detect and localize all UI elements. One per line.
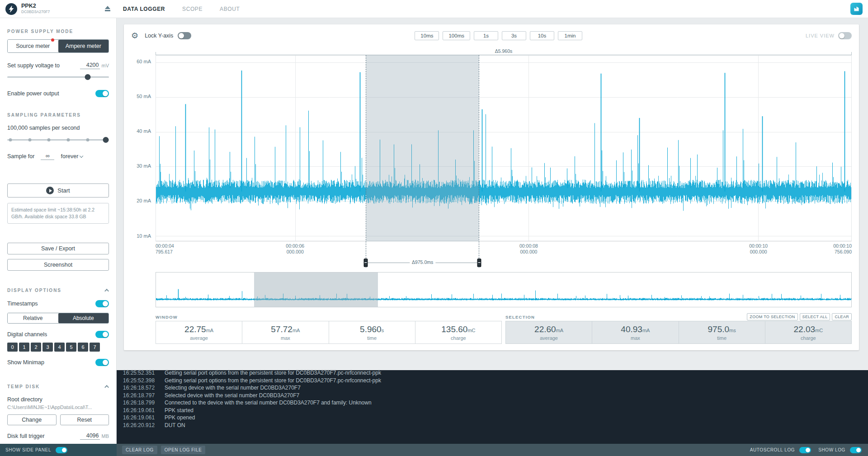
enable-power-output-label: Enable power output (7, 90, 95, 97)
voltage-input[interactable]: 4200 (80, 62, 100, 69)
tab-scope[interactable]: SCOPE (182, 6, 203, 12)
selection-right-handle[interactable] (477, 259, 481, 267)
enable-power-output-toggle[interactable] (95, 90, 109, 97)
digital-channel-buttons: 0 1 2 3 4 5 6 7 (7, 343, 109, 352)
selection-left-handle[interactable] (364, 259, 368, 267)
selection-handle-row: Δ975.0ms (156, 258, 852, 268)
relative-button[interactable]: Relative (8, 313, 58, 323)
window-10s-button[interactable]: 10s (530, 31, 554, 40)
main-chart[interactable] (156, 55, 852, 241)
show-side-panel-label: SHOW SIDE PANEL (5, 447, 51, 452)
app-window: PPK2 DC0BD3A270F7 DATA LOGGER SCOPE ABOU… (0, 0, 868, 456)
show-minimap-label: Show Minimap (7, 359, 95, 366)
absolute-button[interactable]: Absolute (58, 313, 109, 323)
chart-settings-gear-icon[interactable]: ⚙ (131, 32, 138, 40)
selection-average-box: 22.60mA average (505, 321, 592, 344)
voltage-slider[interactable] (7, 74, 109, 80)
eject-device-icon[interactable] (104, 6, 111, 12)
lock-y-axis-toggle[interactable] (178, 32, 191, 39)
device-selector[interactable]: PPK2 DC0BD3A270F7 (0, 0, 117, 18)
window-100ms-button[interactable]: 100ms (443, 31, 470, 40)
window-average-box: 22.75mA average (156, 321, 242, 344)
channel-4-button[interactable]: 4 (54, 343, 65, 352)
display-options-heading[interactable]: DISPLAY OPTIONS (7, 288, 109, 293)
selection-delta-label: Δ975.0ms (410, 259, 435, 265)
log-entry: 16:26:19.061PPK started (123, 407, 862, 414)
tab-about[interactable]: ABOUT (220, 6, 240, 12)
chart-card: ⚙ Lock Y-axis 10ms 100ms 1s 3s 10s 1min (124, 24, 859, 350)
clear-selection-button[interactable]: CLEAR (832, 313, 852, 320)
window-1min-button[interactable]: 1min (558, 31, 582, 40)
x-axis-labels: 00:00:04795.617 00:00:06000.000 00:00:08… (156, 243, 852, 258)
select-all-button[interactable]: SELECT ALL (800, 313, 830, 320)
timestamps-toggle[interactable] (95, 300, 109, 307)
chevron-down-icon (80, 154, 83, 158)
sample-rate-slider[interactable] (7, 136, 109, 143)
show-side-panel-toggle[interactable] (56, 447, 67, 453)
show-minimap-toggle[interactable] (95, 359, 109, 366)
channel-5-button[interactable]: 5 (66, 343, 76, 352)
zoom-to-selection-button[interactable]: ZOOM TO SELECTION (747, 313, 797, 320)
root-directory-path: C:\Users\MINJIE~1\AppData\Local\T... (7, 404, 109, 410)
tab-data-logger[interactable]: DATA LOGGER (123, 6, 165, 12)
sampling-parameters-heading: SAMPLING PARAMETERS (7, 113, 109, 118)
stats-row: WINDOW 22.75mA average 57.72mA max (156, 313, 852, 344)
start-button[interactable]: Start (7, 183, 109, 197)
meter-mode-segmented: Source meter Ampere meter (7, 39, 109, 53)
root-directory-label: Root directory (7, 396, 109, 403)
main-content: ⚙ Lock Y-axis 10ms 100ms 1s 3s 10s 1min (117, 18, 868, 370)
voltage-unit: mV (102, 63, 109, 68)
voltage-slider-knob[interactable] (85, 74, 90, 80)
window-3s-button[interactable]: 3s (502, 31, 526, 40)
show-log-toggle[interactable] (850, 447, 862, 453)
disk-estimate-info: Estimated space limit ~15:38:50h at 2.2 … (7, 203, 109, 224)
digital-channels-toggle[interactable] (95, 331, 109, 338)
live-view-label: LIVE VIEW (806, 33, 835, 38)
change-directory-button[interactable]: Change (7, 414, 57, 425)
reset-directory-button[interactable]: Reset (60, 414, 109, 425)
log-entry: 16:26:18.797Selected device with the ser… (123, 392, 862, 400)
main-tabs: DATA LOGGER SCOPE ABOUT (117, 6, 240, 12)
device-serial: DC0BD3A270F7 (21, 10, 100, 14)
sample-duration-select[interactable]: forever (61, 153, 83, 160)
window-stats-heading: WINDOW (156, 315, 178, 320)
notification-dot (51, 38, 54, 42)
channel-6-button[interactable]: 6 (78, 343, 88, 352)
clear-log-button[interactable]: CLEAR LOG (122, 446, 157, 454)
screenshot-button[interactable]: Screenshot (7, 259, 109, 271)
channel-7-button[interactable]: 7 (90, 343, 100, 352)
main-chart-canvas[interactable] (156, 56, 851, 241)
open-log-file-button[interactable]: OPEN LOG FILE (161, 446, 206, 454)
minimap[interactable] (156, 272, 852, 307)
log-entry: 16:26:18.799Connected to the device with… (123, 399, 862, 407)
power-supply-mode-heading: POWER SUPPLY MODE (7, 29, 109, 34)
temp-disk-heading[interactable]: TEMP DISK (7, 384, 109, 389)
selection-time-box: 975.0ms time (679, 321, 765, 344)
voltage-label: Set supply voltage to (7, 62, 80, 69)
channel-1-button[interactable]: 1 (19, 343, 29, 352)
sample-duration-input[interactable]: ∞ (41, 153, 54, 160)
window-10ms-button[interactable]: 10ms (415, 31, 439, 40)
sample-rate-slider-knob[interactable] (103, 137, 109, 143)
selection-max-box: 40.93mA max (592, 321, 679, 344)
window-time-box: 5.960s time (329, 321, 415, 344)
channel-3-button[interactable]: 3 (42, 343, 53, 352)
log-entry: 16:26:18.572Selecting device with the se… (123, 384, 862, 392)
save-export-button[interactable]: Save / Export (7, 243, 109, 254)
disk-full-trigger-input[interactable]: 4096 (80, 432, 100, 440)
disk-full-trigger-unit: MB (102, 433, 109, 439)
live-view-toggle[interactable] (838, 32, 852, 39)
timestamps-label: Timestamps (7, 301, 95, 307)
y-axis-labels: 60 mA 50 mA 40 mA 30 mA 20 mA 10 mA (131, 50, 156, 268)
channel-2-button[interactable]: 2 (31, 343, 41, 352)
top-bar: PPK2 DC0BD3A270F7 DATA LOGGER SCOPE ABOU… (0, 0, 868, 18)
ampere-meter-button[interactable]: Ampere meter (58, 40, 109, 52)
channel-0-button[interactable]: 0 (7, 343, 18, 352)
source-meter-button[interactable]: Source meter (8, 40, 58, 52)
window-max-box: 57.72mA max (242, 321, 329, 344)
autoscroll-log-toggle[interactable] (799, 447, 811, 453)
window-1s-button[interactable]: 1s (474, 31, 498, 40)
minimap-view-window[interactable] (254, 273, 378, 307)
play-icon (46, 187, 54, 194)
chart-controls: ⚙ Lock Y-axis 10ms 100ms 1s 3s 10s 1min (131, 28, 852, 43)
